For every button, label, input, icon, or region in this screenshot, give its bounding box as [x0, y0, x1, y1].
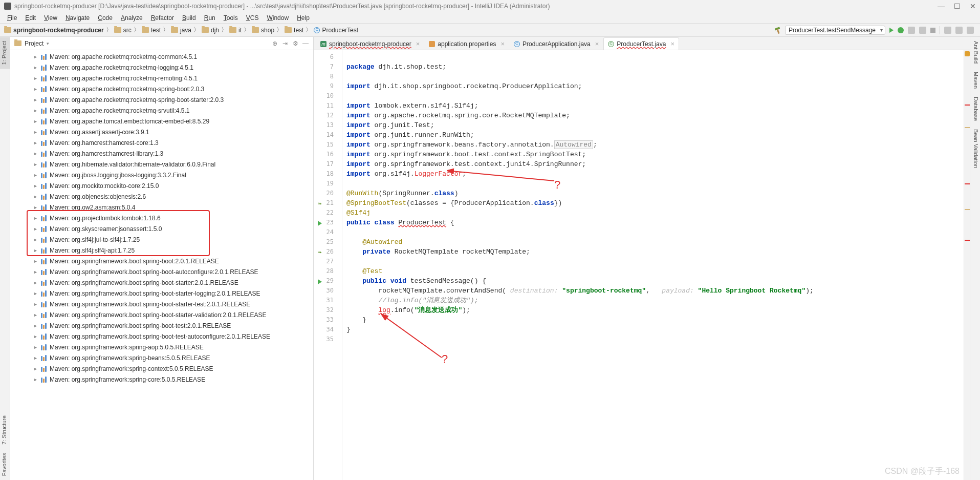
project-panel-title: Project: [25, 40, 43, 47]
coverage-icon[interactable]: [908, 27, 915, 34]
tree-item[interactable]: ▸Maven: org.springframework.boot:spring-…: [10, 331, 313, 342]
breadcrumb-item[interactable]: test: [141, 27, 162, 34]
tree-item[interactable]: ▸Maven: org.hamcrest:hamcrest-core:1.3: [10, 137, 313, 148]
tree-item[interactable]: ▸Maven: org.slf4j:slf4j-api:1.7.25: [10, 245, 313, 256]
profile-icon[interactable]: [919, 27, 926, 34]
code-area[interactable]: package djh.it.shop.test; import djh.it.…: [342, 50, 964, 480]
close-button[interactable]: ✕: [970, 2, 976, 10]
tree-item[interactable]: ▸Maven: org.springframework:spring-conte…: [10, 363, 313, 374]
menu-file[interactable]: File: [4, 13, 20, 23]
menu-window[interactable]: Window: [264, 13, 292, 23]
breadcrumb-item[interactable]: shop: [251, 27, 275, 34]
tree-item[interactable]: ▸Maven: org.apache.rocketmq:rocketmq-rem…: [10, 73, 313, 84]
tool-tab-structure[interactable]: 7: Structure: [0, 411, 10, 449]
project-tree[interactable]: ▸Maven: org.apache.rocketmq:rocketmq-com…: [10, 50, 313, 480]
tool-tab-project[interactable]: 1: Project: [0, 37, 10, 69]
maximize-button[interactable]: ☐: [954, 2, 961, 10]
tree-item[interactable]: ▸Maven: org.skyscreamer:jsonassert:1.5.0: [10, 223, 313, 234]
menu-view[interactable]: View: [41, 13, 60, 23]
menu-vcs[interactable]: VCS: [243, 13, 262, 23]
toolbar-icon-1[interactable]: [944, 27, 951, 34]
watermark: CSDN @段子手-168: [885, 466, 960, 477]
locate-icon[interactable]: ⊕: [271, 40, 278, 47]
app-icon: [4, 3, 11, 10]
editor-tabs: mspringboot-rocketmq-producer×applicatio…: [314, 37, 970, 50]
menu-refactor[interactable]: Refactor: [148, 13, 177, 23]
menu-navigate[interactable]: Navigate: [62, 13, 93, 23]
breadcrumb-item[interactable]: test: [284, 27, 304, 34]
tree-item[interactable]: ▸Maven: org.projectlombok:lombok:1.18.6: [10, 213, 313, 223]
tree-item[interactable]: ▸Maven: org.jboss.logging:jboss-logging:…: [10, 170, 313, 180]
menu-analyze[interactable]: Analyze: [118, 13, 146, 23]
toolbar-icon-2[interactable]: [955, 27, 963, 34]
settings-icon[interactable]: ⚙: [292, 40, 299, 47]
tree-item[interactable]: ▸Maven: org.assertj:assertj-core:3.9.1: [10, 127, 313, 137]
tree-item[interactable]: ▸Maven: org.apache.rocketmq:rocketmq-srv…: [10, 105, 313, 116]
breadcrumb-item[interactable]: it: [228, 27, 243, 34]
error-stripe[interactable]: [964, 50, 970, 480]
tool-tab-favorites[interactable]: Favorites: [0, 449, 10, 480]
menu-edit[interactable]: Edit: [22, 13, 39, 23]
build-icon[interactable]: [774, 27, 781, 34]
editor-tab[interactable]: ProducerApplication.java×: [509, 37, 603, 50]
tree-item[interactable]: ▸Maven: org.ow2.asm:asm:5.0.4: [10, 202, 313, 213]
tree-item[interactable]: ▸Maven: org.springframework.boot:spring-…: [10, 288, 313, 299]
breadcrumb-item[interactable]: ProducerTest: [313, 27, 359, 34]
tree-item[interactable]: ▸Maven: org.springframework.boot:spring-…: [10, 299, 313, 309]
editor-body: 6789101112131415161718192021❧2223242526❧…: [314, 50, 970, 480]
breadcrumb-item[interactable]: djh: [201, 27, 220, 34]
tree-item[interactable]: ▸Maven: org.apache.rocketmq:rocketmq-spr…: [10, 84, 313, 94]
tree-item[interactable]: ▸Maven: org.springframework:spring-core:…: [10, 374, 313, 385]
tree-item[interactable]: ▸Maven: org.springframework.boot:spring-…: [10, 266, 313, 277]
toolbar: springboot-rocketmq-producer〉src〉test〉ja…: [0, 24, 980, 37]
tree-item[interactable]: ▸Maven: org.objenesis:objenesis:2.6: [10, 191, 313, 202]
collapse-icon[interactable]: ⇥: [281, 40, 289, 47]
project-panel: Project ▾ ⊕ ⇥ ⚙ — ▸Maven: org.apache.roc…: [10, 37, 314, 480]
tree-item[interactable]: ▸Maven: org.apache.tomcat.embed:tomcat-e…: [10, 116, 313, 127]
run-icon[interactable]: [889, 28, 894, 33]
tree-item[interactable]: ▸Maven: org.springframework:spring-beans…: [10, 352, 313, 363]
breadcrumb-item[interactable]: springboot-rocketmq-producer: [3, 27, 105, 34]
tree-item[interactable]: ▸Maven: org.springframework.boot:spring-…: [10, 256, 313, 266]
debug-icon[interactable]: [898, 27, 904, 33]
tree-item[interactable]: ▸Maven: org.apache.rocketmq:rocketmq-log…: [10, 62, 313, 73]
tree-item[interactable]: ▸Maven: org.mockito:mockito-core:2.15.0: [10, 180, 313, 191]
tree-item[interactable]: ▸Maven: org.springframework.boot:spring-…: [10, 320, 313, 331]
breadcrumb-item[interactable]: src: [113, 27, 133, 34]
minimize-button[interactable]: —: [938, 2, 945, 10]
tree-item[interactable]: ▸Maven: org.apache.rocketmq:rocketmq-com…: [10, 51, 313, 62]
tool-tab-bean-validation[interactable]: Bean Validation: [970, 125, 980, 172]
menu-code[interactable]: Code: [95, 13, 116, 23]
project-view-dropdown[interactable]: ▾: [47, 41, 49, 46]
editor-tab[interactable]: ProducerTest.java×: [603, 37, 679, 50]
title-bar: springboot-rocketmq-producer [D:\Java\ja…: [0, 0, 980, 12]
hide-panel-icon[interactable]: —: [302, 40, 309, 47]
tree-item[interactable]: ▸Maven: org.slf4j:jul-to-slf4j:1.7.25: [10, 234, 313, 245]
tree-item[interactable]: ▸Maven: org.hamcrest:hamcrest-library:1.…: [10, 148, 313, 159]
close-tab-icon[interactable]: ×: [595, 40, 599, 48]
tree-item[interactable]: ▸Maven: org.springframework.boot:spring-…: [10, 309, 313, 320]
right-tool-strip: Ant Build Maven Database Bean Validation: [970, 37, 980, 480]
search-icon[interactable]: [967, 27, 974, 34]
tree-item[interactable]: ▸Maven: org.apache.rocketmq:rocketmq-spr…: [10, 94, 313, 105]
tree-item[interactable]: ▸Maven: org.hibernate.validator:hibernat…: [10, 159, 313, 170]
editor-tab[interactable]: application.properties×: [424, 37, 509, 50]
tree-item[interactable]: ▸Maven: org.springframework.boot:spring-…: [10, 277, 313, 288]
run-config-dropdown[interactable]: ProducerTest.testSendMessage: [785, 26, 885, 35]
close-tab-icon[interactable]: ×: [670, 40, 674, 48]
tree-item[interactable]: ▸Maven: org.springframework:spring-aop:5…: [10, 342, 313, 352]
tool-tab-maven[interactable]: Maven: [970, 68, 980, 93]
stop-icon[interactable]: [930, 28, 935, 33]
project-icon: [14, 40, 21, 46]
close-tab-icon[interactable]: ×: [500, 40, 505, 48]
main-area: 1: Project 7: Structure Favorites Projec…: [0, 37, 980, 480]
menu-help[interactable]: Help: [294, 13, 313, 23]
breadcrumb-item[interactable]: java: [170, 27, 192, 34]
menu-build[interactable]: Build: [179, 13, 199, 23]
tool-tab-ant[interactable]: Ant Build: [970, 37, 980, 68]
close-tab-icon[interactable]: ×: [416, 40, 420, 48]
menu-tools[interactable]: Tools: [221, 13, 241, 23]
editor-tab[interactable]: mspringboot-rocketmq-producer×: [316, 37, 424, 50]
tool-tab-database[interactable]: Database: [970, 93, 980, 125]
menu-run[interactable]: Run: [201, 13, 219, 23]
